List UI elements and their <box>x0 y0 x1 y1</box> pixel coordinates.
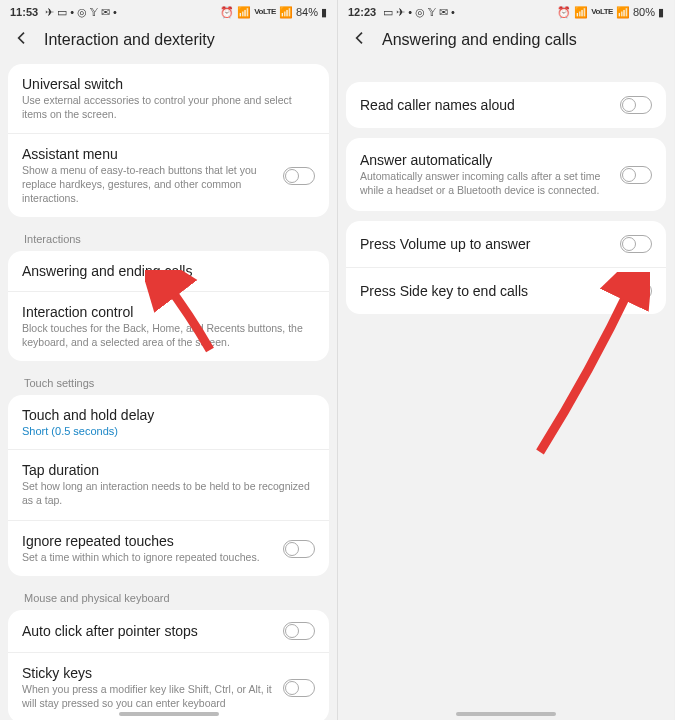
row-answer-auto[interactable]: Answer automatically Automatically answe… <box>346 138 666 211</box>
mail-icon: ✉ <box>439 7 448 18</box>
instagram-icon: ◎ <box>77 7 87 18</box>
toggle-read-caller[interactable] <box>620 96 652 114</box>
status-time: 12:23 <box>348 6 376 18</box>
row-interaction-control[interactable]: Interaction control Block touches for th… <box>8 292 329 361</box>
card-read-aloud: Read caller names aloud <box>346 82 666 128</box>
status-time: 11:53 <box>10 6 38 18</box>
back-icon[interactable] <box>352 30 368 50</box>
telegram-icon: ✈ <box>45 7 54 18</box>
row-universal-switch[interactable]: Universal switch Use external accessorie… <box>8 64 329 134</box>
header: Interaction and dexterity <box>0 22 337 64</box>
toggle-auto-click[interactable] <box>283 622 315 640</box>
card-keys: Press Volume up to answer Press Side key… <box>346 221 666 314</box>
status-bar: 11:53 ✈ ▭ • ◎ 𝕐 ✉ • ⏰ 📶 VoLTE 📶 84% ▮ <box>0 0 337 22</box>
row-title: Press Side key to end calls <box>360 283 610 299</box>
section-interactions: Interactions <box>8 227 329 251</box>
settings-content: Universal switch Use external accessorie… <box>0 64 337 720</box>
section-touch: Touch settings <box>8 371 329 395</box>
card-auto-answer: Answer automatically Automatically answe… <box>346 138 666 211</box>
row-title: Touch and hold delay <box>22 407 315 423</box>
toggle-sticky-keys[interactable] <box>283 679 315 697</box>
row-desc: When you press a modifier key like Shift… <box>22 683 273 710</box>
row-answering-ending-calls[interactable]: Answering and ending calls <box>8 251 329 292</box>
alarm-icon: ⏰ <box>220 7 234 18</box>
telegram-icon: ✈ <box>396 7 405 18</box>
volte-icon: VoLTE <box>591 8 613 16</box>
row-title: Interaction control <box>22 304 315 320</box>
phone-left: 11:53 ✈ ▭ • ◎ 𝕐 ✉ • ⏰ 📶 VoLTE 📶 84% ▮ In… <box>0 0 337 720</box>
battery-icon: ▮ <box>658 7 664 18</box>
mail-icon: ✉ <box>101 7 110 18</box>
volte-icon: VoLTE <box>254 8 276 16</box>
row-title: Auto click after pointer stops <box>22 623 273 639</box>
card-touch: Touch and hold delay Short (0.5 seconds)… <box>8 395 329 576</box>
wifi-calling-icon: 📶 <box>574 7 588 18</box>
nav-handle[interactable] <box>119 712 219 716</box>
row-title: Assistant menu <box>22 146 273 162</box>
toggle-volume-up-answer[interactable] <box>620 235 652 253</box>
signal-icon: 📶 <box>616 7 630 18</box>
wifi-calling-icon: 📶 <box>237 7 251 18</box>
toggle-answer-auto[interactable] <box>620 166 652 184</box>
row-title: Answering and ending calls <box>22 263 315 279</box>
row-press-volume-up[interactable]: Press Volume up to answer <box>346 221 666 268</box>
row-desc: Set a time within which to ignore repeat… <box>22 551 273 565</box>
more-icon: • <box>113 7 117 18</box>
back-icon[interactable] <box>14 30 30 50</box>
row-touch-hold-delay[interactable]: Touch and hold delay Short (0.5 seconds) <box>8 395 329 450</box>
section-mouse: Mouse and physical keyboard <box>8 586 329 610</box>
more-icon: • <box>451 7 455 18</box>
phone-right: 12:23 ▭ ✈ • ◎ 𝕐 ✉ • ⏰ 📶 VoLTE 📶 80% ▮ An… <box>337 0 674 720</box>
row-sticky-keys[interactable]: Sticky keys When you press a modifier ke… <box>8 653 329 720</box>
nav-handle[interactable] <box>456 712 556 716</box>
row-desc: Automatically answer incoming calls afte… <box>360 170 610 197</box>
battery-pct: 84% <box>296 6 318 18</box>
alarm-icon: ⏰ <box>557 7 571 18</box>
row-press-side-key[interactable]: Press Side key to end calls <box>346 268 666 314</box>
row-desc: Block touches for the Back, Home, and Re… <box>22 322 315 349</box>
card-mouse: Auto click after pointer stops Sticky ke… <box>8 610 329 720</box>
battery-pct: 80% <box>633 6 655 18</box>
status-bar: 12:23 ▭ ✈ • ◎ 𝕐 ✉ • ⏰ 📶 VoLTE 📶 80% ▮ <box>338 0 674 22</box>
chat-icon: ▭ <box>383 7 393 18</box>
row-value: Short (0.5 seconds) <box>22 425 315 437</box>
battery-icon: ▮ <box>321 7 327 18</box>
row-title: Answer automatically <box>360 152 610 168</box>
row-title: Sticky keys <box>22 665 273 681</box>
card-general: Universal switch Use external accessorie… <box>8 64 329 217</box>
row-title: Ignore repeated touches <box>22 533 273 549</box>
row-title: Read caller names aloud <box>360 97 610 113</box>
header: Answering and ending calls <box>338 22 674 64</box>
twitter-icon: 𝕐 <box>90 7 98 18</box>
dot-icon: • <box>70 7 74 18</box>
row-tap-duration[interactable]: Tap duration Set how long an interaction… <box>8 450 329 520</box>
row-desc: Use external accessories to control your… <box>22 94 315 121</box>
dot-icon: • <box>408 7 412 18</box>
row-assistant-menu[interactable]: Assistant menu Show a menu of easy-to-re… <box>8 134 329 217</box>
page-title: Answering and ending calls <box>382 31 577 49</box>
row-title: Universal switch <box>22 76 315 92</box>
row-title: Tap duration <box>22 462 315 478</box>
toggle-side-key-end[interactable] <box>620 282 652 300</box>
row-auto-click[interactable]: Auto click after pointer stops <box>8 610 329 653</box>
card-interactions: Answering and ending calls Interaction c… <box>8 251 329 361</box>
signal-icon: 📶 <box>279 7 293 18</box>
row-desc: Set how long an interaction needs to be … <box>22 480 315 507</box>
toggle-assistant-menu[interactable] <box>283 167 315 185</box>
instagram-icon: ◎ <box>415 7 425 18</box>
row-desc: Show a menu of easy-to-reach buttons tha… <box>22 164 273 205</box>
row-title: Press Volume up to answer <box>360 236 610 252</box>
row-ignore-repeated[interactable]: Ignore repeated touches Set a time withi… <box>8 521 329 577</box>
toggle-ignore-repeated[interactable] <box>283 540 315 558</box>
page-title: Interaction and dexterity <box>44 31 215 49</box>
twitter-icon: 𝕐 <box>428 7 436 18</box>
row-read-caller-names[interactable]: Read caller names aloud <box>346 82 666 128</box>
chat-icon: ▭ <box>57 7 67 18</box>
settings-content: Read caller names aloud Answer automatic… <box>338 64 674 314</box>
